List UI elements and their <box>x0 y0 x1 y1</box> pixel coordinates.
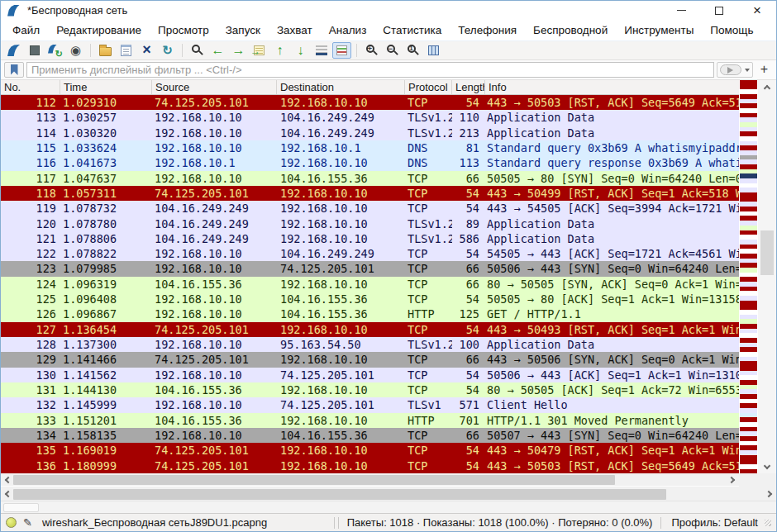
cell-length: 113 <box>452 155 485 170</box>
packet-row-136[interactable]: 1361.18099974.125.205.101192.168.10.10TC… <box>1 458 739 473</box>
packet-row-117[interactable]: 1171.047637192.168.10.10104.16.155.36TCP… <box>1 171 739 186</box>
hscroll-thumb-2[interactable] <box>13 489 666 500</box>
go-first-packet-icon[interactable] <box>270 42 289 59</box>
column-header-time[interactable]: Time <box>60 80 152 94</box>
packet-row-115[interactable]: 1151.033624192.168.10.10192.168.10.1DNS8… <box>1 140 739 155</box>
cell-time: 1.078732 <box>60 201 152 216</box>
stop-capture-icon[interactable] <box>25 42 44 59</box>
find-packet-icon[interactable] <box>188 42 207 59</box>
hscroll-track-2[interactable] <box>13 487 764 501</box>
packet-row-125[interactable]: 1251.096408192.168.10.10104.16.155.36TCP… <box>1 292 739 306</box>
column-header-protocol[interactable]: Protocol <box>405 80 452 94</box>
column-header-source[interactable]: Source <box>152 80 277 94</box>
packet-row-113[interactable]: 1131.030257192.168.10.10104.16.249.249TL… <box>1 110 739 125</box>
scroll-left-button-2[interactable] <box>1 487 13 501</box>
packet-row-128[interactable]: 1281.137300192.168.10.1095.163.54.50TLSv… <box>1 337 739 352</box>
hscroll-track-1[interactable] <box>13 473 727 486</box>
minimize-button[interactable] <box>662 1 700 20</box>
scroll-up-button[interactable] <box>758 80 776 93</box>
open-file-icon[interactable] <box>96 42 115 59</box>
go-to-packet-icon[interactable] <box>250 42 269 59</box>
reload-file-icon[interactable] <box>158 42 177 59</box>
save-file-icon[interactable] <box>117 42 136 59</box>
packet-row-133[interactable]: 1331.151201104.16.155.36192.168.10.10HTT… <box>1 413 739 428</box>
restart-capture-icon[interactable] <box>45 42 64 59</box>
menu-item-помощь[interactable]: Помощь <box>702 24 761 36</box>
packet-row-123[interactable]: 1231.079985192.168.10.1074.125.205.101TC… <box>1 261 739 276</box>
menu-item-просмотр[interactable]: Просмотр <box>150 24 217 36</box>
scroll-down-button[interactable] <box>758 460 776 473</box>
start-capture-icon[interactable] <box>4 42 23 59</box>
column-header-length[interactable]: Length <box>452 80 485 94</box>
close-file-icon[interactable] <box>137 42 156 59</box>
packet-row-135[interactable]: 1351.16901974.125.205.101192.168.10.10TC… <box>1 443 739 458</box>
menu-item-анализ[interactable]: Анализ <box>321 24 375 36</box>
menu-item-файл[interactable]: Файл <box>4 24 48 36</box>
packet-row-131[interactable]: 1311.144130104.16.155.36192.168.10.10TCP… <box>1 382 739 397</box>
packet-row-134[interactable]: 1341.158135192.168.10.10104.16.155.36TCP… <box>1 428 739 443</box>
filter-history-caret-icon[interactable] <box>745 69 750 74</box>
display-filter-input[interactable] <box>26 62 714 78</box>
packet-counts: Пакеты: 1018 · Показаны: 1018 (100.0%) ·… <box>341 516 660 529</box>
menu-item-запуск[interactable]: Запуск <box>217 24 269 36</box>
zoom-out-icon[interactable] <box>383 42 402 59</box>
packet-row-122[interactable]: 1221.078822192.168.10.10104.16.249.249TC… <box>1 246 739 261</box>
vertical-scroll-thumb[interactable] <box>760 230 774 275</box>
secondary-hscrollbar[interactable] <box>1 487 776 501</box>
vertical-scrollbar[interactable] <box>758 80 776 473</box>
packet-row-129[interactable]: 1291.14146674.125.205.101192.168.10.10TC… <box>1 352 739 367</box>
cell-no: 124 <box>1 277 60 292</box>
scroll-right-button[interactable] <box>727 473 739 486</box>
menu-item-статистика[interactable]: Статистика <box>374 24 450 36</box>
zoom-in-icon[interactable] <box>362 42 381 59</box>
packet-row-119[interactable]: 1191.078732104.16.249.249192.168.10.10TC… <box>1 201 739 216</box>
packet-row-112[interactable]: 1121.02931074.125.205.101192.168.10.10TC… <box>1 95 739 110</box>
packet-minimap[interactable] <box>740 80 757 473</box>
cell-time: 1.096319 <box>60 277 152 292</box>
packet-row-121[interactable]: 1211.078806104.16.249.249192.168.10.10TL… <box>1 231 739 246</box>
packet-list-hscrollbar[interactable] <box>1 473 739 487</box>
profile-label[interactable]: Профиль: Default <box>663 516 763 529</box>
menu-item-беспроводной[interactable]: Беспроводной <box>525 24 616 36</box>
menu-item-инструменты[interactable]: Инструменты <box>616 24 702 36</box>
cell-destination: 104.16.249.249 <box>277 126 405 140</box>
go-last-packet-icon[interactable] <box>291 42 310 59</box>
packet-row-116[interactable]: 1161.041673192.168.10.1192.168.10.10DNS1… <box>1 155 739 170</box>
menu-item-телефония[interactable]: Телефония <box>450 24 525 36</box>
edit-comment-icon[interactable]: ✎ <box>23 516 32 529</box>
menu-item-захват[interactable]: Захват <box>269 24 321 36</box>
go-back-icon[interactable] <box>208 42 227 59</box>
vertical-scroll-track[interactable] <box>758 93 776 460</box>
cell-info: GET / HTTP/1.1 <box>485 306 739 321</box>
packet-row-127[interactable]: 1271.13645474.125.205.101192.168.10.10TC… <box>1 322 739 337</box>
expert-info-icon[interactable] <box>6 517 17 528</box>
resize-columns-icon[interactable] <box>424 42 443 59</box>
menu-item-редактирование[interactable]: Редактирование <box>48 24 150 36</box>
close-button[interactable]: × <box>738 1 776 20</box>
go-forward-icon[interactable] <box>229 42 248 59</box>
packet-row-126[interactable]: 1261.096867192.168.10.10104.16.155.36HTT… <box>1 306 739 321</box>
capture-options-icon[interactable] <box>66 42 85 59</box>
column-header-destination[interactable]: Destination <box>277 80 405 94</box>
colorize-icon[interactable] <box>332 42 351 59</box>
packet-row-114[interactable]: 1141.030320192.168.10.10104.16.249.249TL… <box>1 126 739 140</box>
packet-row-132[interactable]: 1321.145999192.168.10.1074.125.205.101TL… <box>1 397 739 412</box>
column-header-info[interactable]: Info <box>485 80 739 94</box>
column-header-no[interactable]: No. <box>1 80 60 94</box>
cell-destination: 192.168.10.10 <box>277 95 405 110</box>
packet-row-130[interactable]: 1301.141562192.168.10.1074.125.205.101TC… <box>1 368 739 382</box>
add-filter-button[interactable]: + <box>756 62 773 78</box>
auto-scroll-icon[interactable] <box>312 42 331 59</box>
resize-grip[interactable] <box>765 520 771 526</box>
apply-filter-button[interactable] <box>720 64 741 75</box>
packet-row-124[interactable]: 1241.096319104.16.155.36192.168.10.10TCP… <box>1 277 739 292</box>
filter-bookmark-button[interactable] <box>4 62 24 78</box>
zoom-reset-icon[interactable] <box>403 42 422 59</box>
splitter-handle[interactable] <box>3 503 39 512</box>
scroll-left-button[interactable] <box>1 473 13 486</box>
packet-row-120[interactable]: 1201.078780104.16.249.249192.168.10.10TL… <box>1 216 739 231</box>
packet-row-118[interactable]: 1181.05731174.125.205.101192.168.10.10TC… <box>1 186 739 201</box>
scroll-right-button-2[interactable] <box>764 487 776 501</box>
hscroll-thumb-1[interactable] <box>13 475 615 485</box>
maximize-button[interactable] <box>700 1 738 20</box>
